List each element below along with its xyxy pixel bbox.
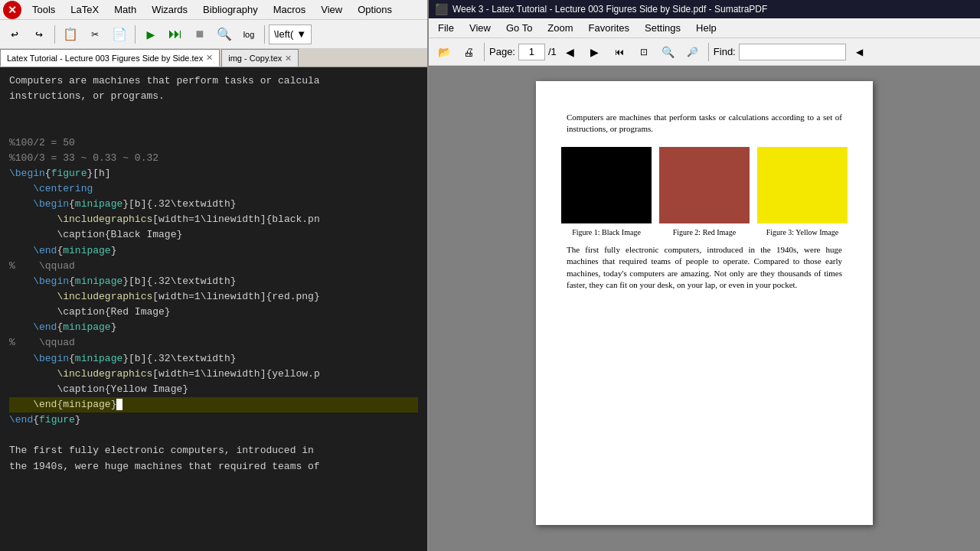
menu-math[interactable]: Math xyxy=(109,2,141,17)
tab-main-label: Latex Tutorial - Lecture 003 Figures Sid… xyxy=(7,54,203,63)
line-5: %100/2 = 50 xyxy=(9,135,418,151)
black-image xyxy=(561,147,652,223)
line-24 xyxy=(9,428,418,443)
pdf-print-button[interactable]: 🖨 xyxy=(458,41,479,63)
tab-img-close[interactable]: ✕ xyxy=(285,54,292,64)
pdf-figure-1: Figure 1: Black Image xyxy=(561,147,652,238)
pdf-text-1: Computers are machines that perform task… xyxy=(567,112,842,135)
line-13: % \qquad xyxy=(9,259,418,274)
line-18: % \qquad xyxy=(9,335,418,350)
pdf-menubar: File View Go To Zoom Favorites Settings … xyxy=(429,18,980,38)
run-button[interactable]: ▶ xyxy=(139,23,162,46)
copy-button[interactable]: 📋 xyxy=(59,23,82,46)
paste-button[interactable]: 📄 xyxy=(108,23,131,46)
tab-main-tex[interactable]: Latex Tutorial - Lecture 003 Figures Sid… xyxy=(0,49,220,67)
line-17: \end{minipage} xyxy=(9,320,418,335)
menu-bibliography[interactable]: Bibliography xyxy=(198,2,263,17)
prev-page-button[interactable]: ◀ xyxy=(560,41,581,63)
page-label: Page: xyxy=(489,46,515,57)
pdf-menu-goto[interactable]: Go To xyxy=(501,21,537,35)
line-16: \caption{Red Image} xyxy=(9,305,418,320)
menu-latex[interactable]: LaTeX xyxy=(66,2,103,17)
line-15: \includegraphics[width=1\linewidth]{red.… xyxy=(9,289,418,305)
line-7: \begin{figure}[h] xyxy=(9,166,418,181)
pdf-page: Computers are machines that perform task… xyxy=(536,81,873,525)
cut-button[interactable]: ✂ xyxy=(83,23,106,46)
editor-tabs: Latex Tutorial - Lecture 003 Figures Sid… xyxy=(0,49,427,67)
separator-2 xyxy=(135,25,136,44)
line-11: \caption{Black Image} xyxy=(9,227,418,243)
pdf-titlebar: ⬛ Week 3 - Latex Tutorial - Lecture 003 … xyxy=(429,0,980,18)
line-1: Computers are machines that perform task… xyxy=(9,73,418,89)
line-22: \end{minipage}| xyxy=(9,397,418,412)
pdf-figure-2: Figure 2: Red Image xyxy=(659,147,750,238)
yellow-image xyxy=(757,147,848,223)
pdf-menu-zoom[interactable]: Zoom xyxy=(543,21,577,35)
separator-3 xyxy=(264,25,265,44)
pdf-open-button[interactable]: 📂 xyxy=(433,41,455,63)
line-10: \includegraphics[width=1\linewidth]{blac… xyxy=(9,212,418,227)
zoom-out-button[interactable]: 🔎 xyxy=(682,41,704,63)
line-23: \end{figure} xyxy=(9,412,418,428)
stop-button[interactable]: ■ xyxy=(188,23,211,46)
latex-dropdown[interactable]: \left( ▼ xyxy=(269,24,312,44)
pdf-menu-help[interactable]: Help xyxy=(691,21,721,35)
pdf-menu-file[interactable]: File xyxy=(433,21,459,35)
tab-main-close[interactable]: ✕ xyxy=(206,53,213,63)
line-2: instructions, or programs. xyxy=(9,89,418,104)
left-menubar: ✕ Tools LaTeX Math Wizards Bibliography … xyxy=(0,0,427,20)
pdf-content: Computers are machines that perform task… xyxy=(429,66,980,551)
red-image xyxy=(659,147,750,223)
find-label: Find: xyxy=(714,46,736,57)
line-19: \begin{minipage}[b]{.32\textwidth} xyxy=(9,351,418,367)
pdf-toolbar: 📂 🖨 Page: /1 ◀ ▶ ⏮ ⊡ 🔍 🔎 Find: ◀ xyxy=(429,38,980,66)
page-input[interactable] xyxy=(518,44,545,60)
menu-view[interactable]: View xyxy=(316,2,347,17)
find-prev-button[interactable]: ◀ xyxy=(849,41,871,63)
undo-button[interactable]: ↩ xyxy=(3,23,26,46)
zoom-in-button[interactable]: 🔍 xyxy=(658,41,679,63)
line-14: \begin{minipage}[b]{.32\textwidth} xyxy=(9,274,418,289)
step-button[interactable]: ⏭ xyxy=(164,23,187,46)
close-button[interactable]: ✕ xyxy=(3,1,21,19)
line-21: \caption{Yellow Image} xyxy=(9,382,418,397)
menu-tools[interactable]: Tools xyxy=(28,2,60,17)
pdf-icon: ⬛ xyxy=(435,3,448,15)
figure-3-caption: Figure 3: Yellow Image xyxy=(766,227,838,238)
line-25: The first fully electronic computers, in… xyxy=(9,443,418,458)
right-panel: ⬛ Week 3 - Latex Tutorial - Lecture 003 … xyxy=(429,0,980,551)
line-20: \includegraphics[width=1\linewidth]{yell… xyxy=(9,367,418,382)
pdf-sep-2 xyxy=(708,43,709,61)
pdf-title: Week 3 - Latex Tutorial - Lecture 003 Fi… xyxy=(452,4,767,15)
left-toolbar: ↩ ↪ 📋 ✂ 📄 ▶ ⏭ ■ 🔍 log \left( ▼ xyxy=(0,20,427,49)
pdf-figure-3: Figure 3: Yellow Image xyxy=(757,147,848,238)
pdf-text-2: The first fully electronic computers, in… xyxy=(567,244,842,292)
line-9: \begin{minipage}[b]{.32\textwidth} xyxy=(9,197,418,212)
search-button[interactable]: 🔍 xyxy=(213,23,236,46)
fit-button[interactable]: ⊡ xyxy=(633,41,655,63)
next-page-button[interactable]: ▶ xyxy=(584,41,606,63)
find-input[interactable] xyxy=(739,44,846,60)
pdf-menu-favorites[interactable]: Favorites xyxy=(584,21,634,35)
page-total: /1 xyxy=(548,46,557,57)
dropdown-label: \left( xyxy=(274,28,293,40)
line-4 xyxy=(9,119,418,135)
tab-img-tex[interactable]: img - Copy.tex ✕ xyxy=(221,49,299,67)
log-button[interactable]: log xyxy=(237,23,260,46)
editor-content[interactable]: Computers are machines that perform task… xyxy=(0,67,427,551)
pdf-menu-settings[interactable]: Settings xyxy=(640,21,685,35)
line-8: \centering xyxy=(9,181,418,197)
line-6: %100/3 = 33 ~ 0.33 ~ 0.32 xyxy=(9,151,418,166)
menu-wizards[interactable]: Wizards xyxy=(147,2,192,17)
redo-button[interactable]: ↪ xyxy=(28,23,51,46)
line-12: \end{minipage} xyxy=(9,243,418,259)
pdf-sep-1 xyxy=(484,43,485,61)
menu-macros[interactable]: Macros xyxy=(269,2,311,17)
pdf-menu-view[interactable]: View xyxy=(465,21,495,35)
figure-2-caption: Figure 2: Red Image xyxy=(673,227,736,238)
line-3 xyxy=(9,104,418,119)
line-26: the 1940s, were huge machines that requi… xyxy=(9,459,418,474)
pdf-figures: Figure 1: Black Image Figure 2: Red Imag… xyxy=(567,147,842,238)
first-page-button[interactable]: ⏮ xyxy=(609,41,630,63)
menu-options[interactable]: Options xyxy=(353,2,397,17)
